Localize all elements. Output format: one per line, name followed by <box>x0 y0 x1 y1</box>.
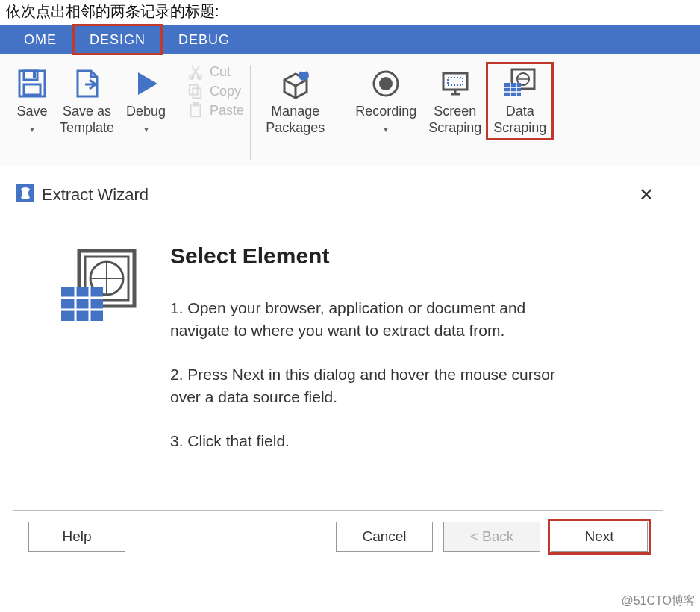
data-scraping-label: Data Scraping <box>493 104 546 136</box>
dialog-body: Select Element 1. Open your browser, app… <box>13 213 663 511</box>
copy-label: Copy <box>210 84 241 99</box>
cut-icon <box>187 63 204 80</box>
back-button: < Back <box>443 522 540 552</box>
svg-rect-3 <box>24 84 40 95</box>
play-icon <box>131 66 162 101</box>
copy-button: Copy <box>187 83 244 99</box>
dropdown-icon: ▾ <box>144 124 149 134</box>
monitor-icon <box>439 66 472 101</box>
tab-debug[interactable]: DEBUG <box>162 25 246 54</box>
save-label: Save▾ <box>16 104 47 136</box>
step-1-text: 1. Open your browser, application or doc… <box>170 297 588 343</box>
svg-rect-14 <box>448 78 463 85</box>
cut-label: Cut <box>210 64 231 80</box>
record-icon <box>369 66 402 101</box>
step-3-text: 3. Click that field. <box>170 430 588 452</box>
tab-home[interactable]: OME <box>7 25 73 54</box>
dropdown-icon: ▾ <box>384 124 388 134</box>
dialog-button-row: Help Cancel < Back Next <box>13 511 663 565</box>
extract-wizard-dialog: Extract Wizard ✕ Select Element 1. Open … <box>13 180 663 565</box>
paste-label: Paste <box>210 103 244 119</box>
caption-text: 依次点出相邻的两条记录的标题: <box>0 0 700 25</box>
ribbon-group-tools: Manage Packages <box>252 60 338 164</box>
paste-button: Paste <box>187 102 244 119</box>
svg-rect-13 <box>443 73 467 90</box>
separator <box>250 65 251 160</box>
save-template-icon <box>72 66 103 101</box>
wizard-illustration-icon <box>58 243 140 473</box>
dialog-title: Extract Wizard <box>42 185 149 204</box>
ribbon-group-record: Recording▾ Screen Scraping Data Scraping <box>342 60 560 164</box>
debug-label: Debug▾ <box>126 104 166 136</box>
screen-scraping-label: Screen Scraping <box>428 104 481 136</box>
svg-rect-2 <box>33 72 36 78</box>
separator <box>340 65 340 160</box>
help-button[interactable]: Help <box>28 522 125 552</box>
step-2-text: 2. Press Next in this dialog and hover t… <box>170 363 588 409</box>
svg-rect-17 <box>504 83 521 96</box>
recording-label: Recording▾ <box>355 104 416 136</box>
copy-icon <box>187 83 204 99</box>
svg-rect-22 <box>61 287 103 321</box>
separator <box>181 65 181 160</box>
cancel-button[interactable]: Cancel <box>336 522 433 552</box>
data-scraping-icon <box>503 66 537 101</box>
tab-strip: OME DESIGN DEBUG <box>0 25 700 54</box>
ribbon-group-clipboard: Cut Copy Paste <box>183 60 249 164</box>
manage-packages-label: Manage Packages <box>266 104 325 136</box>
save-icon <box>16 66 48 101</box>
dialog-heading: Select Element <box>170 243 642 269</box>
save-button[interactable]: Save▾ <box>10 63 54 139</box>
cut-button: Cut <box>187 63 244 80</box>
data-scraping-button[interactable]: Data Scraping <box>487 63 552 139</box>
screen-scraping-button[interactable]: Screen Scraping <box>422 63 487 139</box>
next-button[interactable]: Next <box>551 522 648 552</box>
dialog-content: Select Element 1. Open your browser, app… <box>170 243 642 473</box>
save-as-template-label: Save as Template <box>60 104 114 136</box>
ribbon: Save▾ Save as Template Debug▾ Cut Copy P… <box>0 54 700 166</box>
save-as-template-button[interactable]: Save as Template <box>54 63 120 139</box>
debug-button[interactable]: Debug▾ <box>120 63 172 139</box>
dialog-app-icon <box>16 184 34 205</box>
recording-button[interactable]: Recording▾ <box>349 63 422 139</box>
ribbon-group-file: Save▾ Save as Template Debug▾ <box>3 60 179 164</box>
package-icon <box>278 66 313 101</box>
dropdown-icon: ▾ <box>30 124 34 134</box>
manage-packages-button[interactable]: Manage Packages <box>260 63 331 139</box>
dialog-titlebar: Extract Wizard ✕ <box>13 180 663 213</box>
tab-design[interactable]: DESIGN <box>73 25 162 54</box>
paste-icon <box>187 102 204 119</box>
close-icon[interactable]: ✕ <box>633 183 660 207</box>
svg-point-12 <box>379 77 393 90</box>
